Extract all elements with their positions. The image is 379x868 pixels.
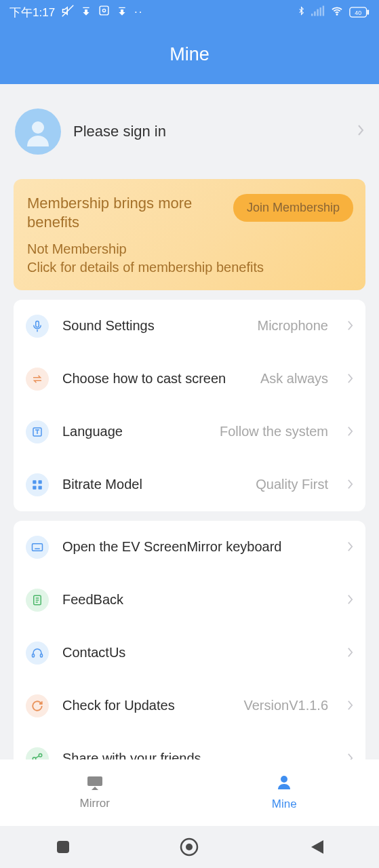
svg-rect-3 — [311, 14, 313, 16]
svg-rect-37 — [87, 776, 102, 786]
feedback-icon — [26, 589, 49, 612]
home-button[interactable] — [148, 837, 230, 856]
row-label: Choose how to cast screen — [62, 371, 247, 387]
svg-rect-4 — [314, 12, 316, 16]
svg-marker-43 — [311, 840, 323, 854]
nav-mine[interactable]: Mine — [190, 760, 380, 826]
svg-rect-5 — [317, 9, 319, 16]
mute-icon — [62, 5, 74, 20]
status-time: 下午1:17 — [9, 5, 55, 20]
svg-point-31 — [39, 753, 42, 757]
svg-point-2 — [102, 9, 105, 12]
chevron-right-icon — [347, 370, 353, 388]
row-value: Follow the system — [220, 424, 328, 439]
settings-group-1: Sound Settings Microphone Choose how to … — [14, 300, 365, 511]
back-button[interactable] — [275, 839, 357, 855]
page-header: Mine — [0, 24, 379, 84]
svg-line-34 — [35, 756, 39, 758]
svg-rect-30 — [41, 654, 43, 657]
join-membership-button[interactable]: Join Membership — [233, 194, 353, 222]
svg-rect-6 — [320, 7, 322, 16]
refresh-icon — [26, 694, 49, 717]
membership-details: Click for details of membership benefits — [27, 260, 352, 275]
svg-rect-10 — [367, 9, 369, 14]
chevron-right-icon — [347, 644, 353, 662]
chevron-right-icon — [347, 423, 353, 441]
contact-row[interactable]: ContactUs — [14, 627, 365, 679]
nav-label: Mine — [272, 797, 297, 811]
chevron-right-icon — [347, 538, 353, 556]
sound-settings-row[interactable]: Sound Settings Microphone — [14, 300, 365, 353]
svg-point-42 — [186, 844, 193, 850]
download-icon — [81, 5, 92, 20]
svg-rect-7 — [323, 6, 325, 16]
row-value: Ask always — [260, 371, 328, 387]
membership-title: Membership brings more benefits — [27, 194, 222, 232]
row-label: Bitrate Model — [62, 477, 242, 492]
wifi-icon — [330, 5, 344, 19]
bitrate-icon — [26, 473, 49, 496]
bitrate-row[interactable]: Bitrate Model Quality First — [14, 458, 365, 511]
nav-label: Mirror — [80, 797, 110, 810]
keyboard-icon — [26, 536, 49, 559]
download2-icon — [117, 5, 127, 20]
signin-label: Please sign in — [73, 123, 345, 140]
more-icon: ·· — [134, 5, 143, 19]
svg-point-8 — [336, 14, 337, 15]
row-value: Quality First — [256, 477, 328, 492]
svg-marker-38 — [92, 787, 98, 790]
signin-row[interactable]: Please sign in — [0, 84, 379, 179]
svg-point-12 — [32, 121, 44, 134]
avatar — [15, 108, 61, 155]
svg-rect-13 — [36, 321, 39, 327]
svg-rect-29 — [33, 654, 35, 657]
chevron-right-icon — [347, 476, 353, 494]
row-label: Open the EV ScreenMirror keyboard — [62, 539, 334, 555]
svg-rect-1 — [100, 6, 108, 15]
signal-icon — [311, 5, 325, 19]
recent-apps-button[interactable] — [22, 840, 104, 854]
svg-rect-15 — [33, 480, 36, 484]
bottom-nav: Mirror Mine — [0, 760, 379, 826]
svg-text:40: 40 — [355, 9, 361, 16]
row-value: Microphone — [257, 318, 328, 334]
keyboard-row[interactable]: Open the EV ScreenMirror keyboard — [14, 521, 365, 574]
tool-icon — [98, 5, 110, 20]
row-label: Language — [62, 424, 206, 439]
status-bar: 下午1:17 ·· 40 — [0, 0, 379, 24]
chevron-right-icon — [347, 591, 353, 609]
person-icon — [276, 774, 292, 793]
svg-rect-17 — [33, 486, 36, 489]
svg-rect-18 — [39, 486, 42, 489]
row-label: Sound Settings — [62, 318, 243, 334]
membership-status: Not Membership — [27, 241, 352, 257]
nav-mirror[interactable]: Mirror — [0, 760, 190, 826]
chevron-right-icon — [347, 697, 353, 715]
svg-rect-16 — [39, 480, 42, 484]
language-icon — [26, 420, 49, 443]
cast-method-row[interactable]: Choose how to cast screen Ask always — [14, 353, 365, 406]
bluetooth-icon — [297, 5, 306, 20]
membership-card[interactable]: Membership brings more benefits Join Mem… — [14, 179, 365, 290]
row-label: FeedBack — [62, 592, 334, 608]
battery-icon: 40 — [349, 7, 370, 18]
svg-rect-40 — [57, 841, 69, 853]
row-value: VersionV1.1.6 — [243, 698, 328, 713]
feedback-row[interactable]: FeedBack — [14, 574, 365, 627]
system-nav — [0, 826, 379, 868]
page-title: Mine — [169, 44, 210, 65]
svg-rect-19 — [33, 544, 43, 551]
language-row[interactable]: Language Follow the system — [14, 406, 365, 458]
microphone-icon — [26, 315, 49, 338]
svg-point-39 — [281, 776, 287, 783]
chevron-right-icon — [347, 317, 353, 335]
row-label: Check for Updates — [62, 698, 230, 713]
mirror-icon — [86, 775, 104, 793]
updates-row[interactable]: Check for Updates VersionV1.1.6 — [14, 679, 365, 732]
headset-icon — [26, 642, 49, 665]
row-label: ContactUs — [62, 645, 334, 660]
swap-icon — [26, 368, 49, 391]
chevron-right-icon — [357, 123, 364, 140]
